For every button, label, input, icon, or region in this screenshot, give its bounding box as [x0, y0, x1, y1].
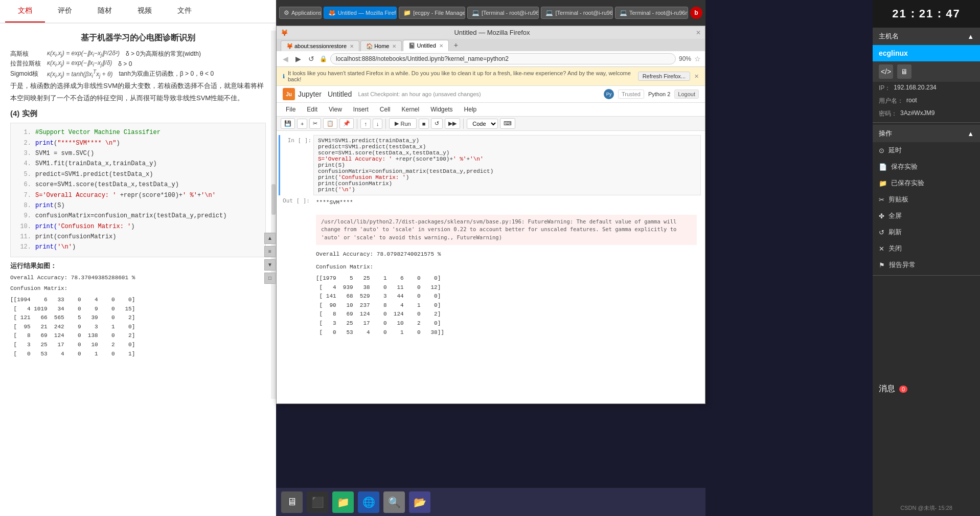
nav-item-video[interactable]: 视频: [125, 0, 165, 23]
nav-item-doc[interactable]: 文档: [5, 0, 45, 23]
address-input[interactable]: [330, 53, 676, 64]
op-delay[interactable]: ⊙ 延时: [873, 142, 980, 159]
op-delay-label: 延时: [888, 146, 902, 155]
scroll-toggle-arrow[interactable]: ≡: [264, 246, 276, 257]
taskbar-app-firefox[interactable]: 🦊 Untitled — Mozilla Firefox: [324, 7, 397, 19]
toolbar-paste-btn[interactable]: 📌: [339, 118, 354, 129]
output-cell: Out [ ]: ****SVM**** /usr/local/lib/pyth…: [279, 195, 701, 340]
menu-view[interactable]: View: [324, 104, 347, 115]
code-block: 1.#Support Vector Machine Classifier 2.p…: [10, 123, 266, 257]
scroll-down-arrow[interactable]: ▼: [264, 259, 276, 271]
browser-tab-0[interactable]: 🦊 about:sessionrestore ✕: [281, 40, 359, 51]
menu-edit[interactable]: Edit: [302, 104, 323, 115]
taskbar-browser-icon[interactable]: 🌐: [358, 491, 379, 513]
toolbar-cut-btn[interactable]: ✂: [309, 118, 321, 129]
taskbar-terminal-icon[interactable]: ⬛: [307, 491, 328, 513]
menu-widgets[interactable]: Widgets: [425, 104, 458, 115]
menu-file[interactable]: File: [281, 104, 301, 115]
scroll-collapse-arrow[interactable]: □: [264, 273, 276, 284]
refresh-icon: ↺: [879, 229, 884, 236]
tab0-close[interactable]: ✕: [350, 43, 354, 49]
left-content: 基于机器学习的心电图诊断识别 高斯核 κ(xi,xj) = exp(−‖xi−x…: [0, 24, 276, 516]
browser-window-title: Untitled — Mozilla Firefox: [291, 29, 693, 36]
toolbar-restart-btn[interactable]: ↺: [431, 118, 443, 129]
toolbar-restart-run-btn[interactable]: ▶▶: [445, 118, 460, 129]
report-icon: ⚑: [879, 261, 885, 269]
info-bar-text: It looks like you haven't started Firefo…: [288, 70, 638, 82]
refresh-btn[interactable]: ↺: [306, 54, 316, 64]
formula-desc-2: tanh为双曲正切函数，β > 0，θ < 0: [119, 70, 214, 78]
confusion-matrix-data: [[1979 5 25 1 6 0 0] [ 4 939 38 0 11 0 1…: [316, 273, 697, 338]
firefox-icon: 🦊: [328, 9, 336, 16]
menu-kernel[interactable]: Kernel: [397, 104, 425, 115]
browser-tab-2[interactable]: 📓 Untitled ✕: [403, 40, 448, 51]
clipboard-icon: ✂: [879, 196, 884, 204]
logout-btn[interactable]: Logout: [674, 89, 699, 99]
result-section: 运行结果如图： Overall Accuracy: 78.37049385288…: [10, 261, 266, 360]
code-icon[interactable]: </>: [879, 64, 893, 79]
new-tab-btn[interactable]: +: [450, 39, 462, 51]
tab1-close[interactable]: ✕: [392, 43, 396, 49]
refresh-firefox-btn[interactable]: Refresh Firefox...: [638, 72, 690, 81]
op-fullscreen[interactable]: ✤ 全屏: [873, 208, 980, 224]
toolbar-add-btn[interactable]: +: [297, 119, 307, 129]
scroll-up-arrow[interactable]: ▲: [264, 233, 276, 244]
taskbar-desktop-icon[interactable]: 🖥: [281, 491, 303, 513]
op-report[interactable]: ⚑ 报告异常: [873, 257, 980, 273]
nav-item-eval[interactable]: 评价: [45, 0, 85, 23]
back-btn[interactable]: ◀: [281, 54, 290, 64]
user-label: 用户名：: [879, 97, 903, 105]
terminal2-icon: 💻: [545, 9, 553, 16]
nav-item-material[interactable]: 随材: [85, 0, 125, 23]
op-clipboard[interactable]: ✂ 剪贴板: [873, 191, 980, 208]
taskbar-app-applications[interactable]: ⚙ Applications: [279, 7, 322, 19]
code-line-6: print('Confusion Matrix: '): [318, 174, 696, 181]
menu-help[interactable]: Help: [459, 104, 482, 115]
info-bar-close[interactable]: ✕: [694, 73, 699, 80]
taskbar-search-icon[interactable]: 🔍: [383, 491, 405, 513]
taskbar-files-icon[interactable]: 📁: [332, 491, 354, 513]
nav-item-file[interactable]: 文件: [165, 0, 204, 23]
taskbar-app-terminal1[interactable]: 💻 [Terminal - root@i-ru96...: [467, 7, 539, 19]
taskbar-app-filemanager[interactable]: 📁 [ecgpy - File Manager]: [399, 7, 465, 19]
forward-btn[interactable]: ▶: [293, 54, 303, 64]
accuracy-output: Overall Accuracy: 78.07982740021575 %: [316, 249, 697, 260]
tab2-close[interactable]: ✕: [439, 43, 443, 49]
toolbar-down-btn[interactable]: ↓: [373, 119, 383, 129]
monitor-icon[interactable]: 🖥: [897, 64, 911, 79]
ops-section-header[interactable]: 操作 ▲: [873, 125, 980, 142]
toolbar-keyboard-btn[interactable]: ⌨: [500, 118, 515, 129]
bookmark-icon[interactable]: ☆: [694, 55, 701, 63]
toolbar-save-btn[interactable]: 💾: [281, 118, 295, 129]
toolbar-stop-btn[interactable]: ■: [419, 119, 429, 129]
browser-close-btn[interactable]: ✕: [696, 29, 701, 36]
op-refresh[interactable]: ↺ 刷新: [873, 224, 980, 240]
toolbar-up-btn[interactable]: ↑: [360, 119, 371, 129]
op-save[interactable]: 📄 保存实验: [873, 159, 980, 175]
op-saved[interactable]: 📁 已保存实验: [873, 175, 980, 191]
taskbar-app-terminal3[interactable]: 💻 Terminal - root@i-ru96n...: [615, 7, 688, 19]
filemanager-icon: 📁: [403, 9, 411, 16]
saved-icon: 📁: [879, 180, 887, 187]
formula-name-1: 拉普拉斯核: [10, 59, 41, 68]
taskbar-label-filemanager: [ecgpy - File Manager]: [413, 10, 465, 16]
ip-value: 192.168.20.234: [894, 84, 936, 93]
host-section-header[interactable]: 主机名 ▲: [873, 28, 980, 45]
info-bar-icon: ℹ: [283, 73, 285, 80]
menu-insert[interactable]: Insert: [348, 104, 374, 115]
jupyter-toolbar: 💾 + ✂ 📋 📌 ↑ ↓ ▶ Run ■ ↺ ▶▶ Code ⌨: [277, 117, 705, 131]
menu-cell[interactable]: Cell: [375, 104, 396, 115]
taskbar-app-terminal2[interactable]: 💻 [Terminal - root@i-ru96...: [541, 7, 612, 19]
toolbar-copy-btn[interactable]: 📋: [323, 118, 337, 129]
tab2-label: Untitled: [417, 42, 436, 49]
cell-code[interactable]: SVM1=SVM1.predict(trainData_y) predict=S…: [313, 135, 701, 195]
cell-type-select[interactable]: Code: [467, 119, 498, 129]
red-icon[interactable]: b: [690, 7, 702, 19]
cell-output-area[interactable]: In [ ]: SVM1=SVM1.predict(trainData_y) p…: [277, 131, 705, 356]
browser-tab-1[interactable]: 🏠 Home ✕: [360, 40, 402, 51]
taskbar-folder-icon[interactable]: 📂: [409, 491, 430, 513]
jupyter-logo: Ju Jupyter: [283, 88, 322, 100]
formula-desc-0: δ > 0为高斯核的常宽(width): [126, 50, 201, 58]
toolbar-run-btn[interactable]: ▶ Run: [389, 118, 416, 129]
op-close[interactable]: ✕ 关闭: [873, 240, 980, 257]
